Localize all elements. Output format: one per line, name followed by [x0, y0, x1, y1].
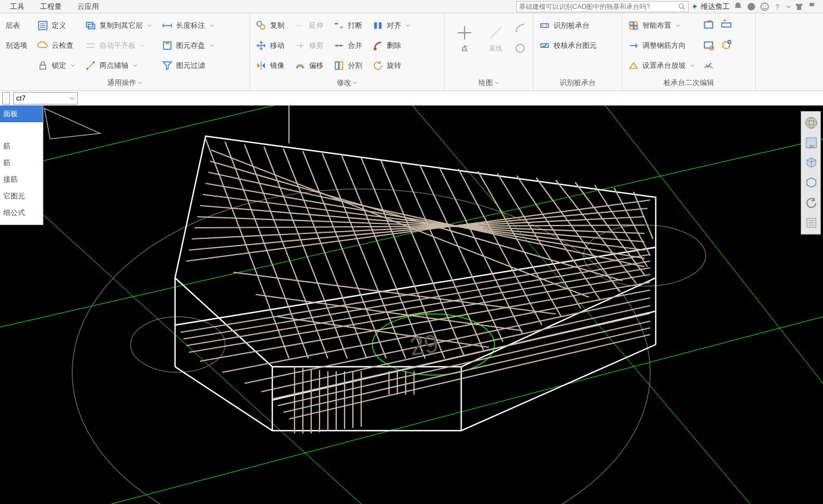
btn-move[interactable]: 移动: [253, 38, 287, 53]
circle-icon[interactable]: [514, 42, 526, 54]
group-label-recognize: 识别桩承台: [537, 76, 619, 91]
btn-trim[interactable]: 修剪: [292, 38, 326, 53]
btn-define[interactable]: 定义: [35, 18, 77, 33]
btn-lock[interactable]: 锁定: [35, 58, 77, 73]
search-input[interactable]: [519, 3, 678, 11]
direction-icon: [628, 40, 639, 51]
flag-icon[interactable]: [807, 2, 817, 12]
btn-verify-cap[interactable]: 校核承台图元: [537, 38, 599, 53]
btn-offset[interactable]: 偏移: [292, 58, 326, 73]
chevron-down-icon: [71, 63, 75, 68]
edit-cap-icon4[interactable]: [720, 19, 732, 31]
svg-line-124: [283, 328, 650, 412]
chevron-down-icon: [5, 96, 7, 101]
edit-cap-icon1[interactable]: [702, 19, 715, 31]
btn-extend[interactable]: 延伸: [292, 18, 326, 33]
btn-recognize-cap[interactable]: 识别桩承台: [537, 18, 599, 33]
btn-length-dim[interactable]: 长度标注: [159, 18, 216, 33]
svg-line-110: [211, 150, 589, 297]
panel-item-joint[interactable]: 接筋: [0, 171, 43, 188]
btn-mirror[interactable]: 镜像: [253, 58, 287, 73]
combo-name[interactable]: [13, 92, 78, 104]
help-icon[interactable]: ?: [773, 2, 783, 12]
btn-cloud-check[interactable]: 云检查: [35, 38, 77, 53]
btn-point[interactable]: 点: [452, 19, 477, 58]
navball-button[interactable]: [804, 115, 819, 131]
group-label-modify: 修改: [253, 76, 441, 91]
shirt-icon[interactable]: [794, 2, 804, 12]
viewport-canvas: 29: [0, 106, 823, 504]
svg-point-33: [340, 44, 342, 46]
cloud-icon: [37, 40, 48, 51]
btn-split[interactable]: 分割: [331, 58, 365, 73]
menu-cloud[interactable]: 云应用: [69, 2, 107, 12]
edit-cap-icon5[interactable]: [720, 39, 732, 51]
menu-quantity[interactable]: 工程量: [32, 2, 69, 12]
selector-bar: [0, 91, 823, 106]
svg-line-61: [0, 106, 389, 178]
chat-icon[interactable]: [746, 2, 756, 12]
chevron-down-icon: [676, 23, 680, 28]
view-2d-button[interactable]: 2D: [804, 135, 819, 151]
btn-break[interactable]: 打断: [331, 18, 365, 33]
delete-icon: [372, 40, 383, 51]
ribbon-group-recognize: 识别桩承台 校核承台图元 识别桩承台: [533, 13, 622, 91]
btn-two-point-axis[interactable]: 两点辅轴: [83, 58, 154, 73]
viewport-3d[interactable]: 29: [0, 106, 823, 504]
svg-rect-36: [374, 22, 377, 29]
ribbon-group-modify: 复制 移动 镜像 延伸 修剪 偏移 打断 合并 分割 对齐 删除 旋转 修改: [250, 13, 445, 91]
btn-element-filter[interactable]: 图元过滤: [159, 58, 216, 73]
menu-tools[interactable]: 工具: [2, 2, 32, 12]
svg-line-101: [189, 208, 647, 250]
view-iso1-button[interactable]: [804, 155, 819, 171]
svg-point-67: [72, 189, 650, 504]
combo-small[interactable]: [2, 92, 10, 104]
view-rotate-button[interactable]: [804, 195, 819, 211]
edit-cap-icon3[interactable]: [702, 59, 715, 71]
help-dropdown-icon[interactable]: [786, 2, 791, 12]
panel-item-rebar1[interactable]: 筋: [0, 138, 43, 154]
panel-item-other-elem[interactable]: 它图元: [0, 188, 43, 204]
btn-sel-options[interactable]: 别选项: [3, 38, 29, 53]
btn-align[interactable]: 对齐: [370, 18, 412, 33]
view-iso2-button[interactable]: [804, 175, 819, 191]
point-icon: [456, 24, 473, 42]
menubar-right: ✦ 维达詹工 ?: [516, 1, 823, 12]
btn-layer-table[interactable]: 层表: [3, 18, 29, 33]
btn-rebar-direction[interactable]: 调整钢筋方向: [626, 38, 697, 53]
svg-line-99: [634, 192, 653, 239]
view-settings-button[interactable]: [804, 215, 819, 231]
edit-cap-icon2[interactable]: [702, 39, 715, 51]
btn-merge[interactable]: 合并: [331, 38, 365, 53]
svg-point-59: [723, 42, 730, 49]
svg-point-25: [260, 24, 265, 29]
search-box[interactable]: [516, 1, 689, 12]
panel-item-formula[interactable]: 细公式: [0, 204, 43, 221]
btn-auto-level[interactable]: 自动平齐板: [83, 38, 154, 53]
level-icon: [85, 40, 96, 51]
chevron-down-icon: [210, 43, 214, 48]
user-name[interactable]: 维达詹工: [701, 2, 730, 12]
bell-icon[interactable]: [733, 2, 743, 12]
btn-rotate[interactable]: 旋转: [370, 58, 412, 73]
btn-delete[interactable]: 删除: [370, 38, 412, 53]
btn-copy[interactable]: 复制: [253, 18, 287, 33]
arc-icon[interactable]: [514, 22, 526, 34]
search-icon[interactable]: [678, 3, 686, 11]
svg-rect-51: [634, 26, 637, 29]
combo-input[interactable]: [16, 94, 69, 102]
btn-line[interactable]: 直线: [483, 19, 508, 58]
lock-icon: [37, 60, 48, 71]
btn-slope[interactable]: 设置承台放坡: [626, 58, 697, 73]
layers-icon: [85, 20, 96, 31]
align-icon: [372, 20, 383, 31]
svg-point-17: [87, 68, 88, 69]
panel-item-rebar2[interactable]: 筋: [0, 154, 43, 171]
svg-rect-49: [634, 22, 637, 25]
copy-icon: [256, 20, 267, 31]
svg-line-42: [490, 27, 501, 38]
btn-smart-layout[interactable]: 智能布置: [626, 18, 697, 33]
face-icon[interactable]: [760, 2, 770, 12]
btn-copy-other-layer[interactable]: 复制到其它层: [83, 18, 154, 33]
btn-element-save[interactable]: 图元存盘: [159, 38, 216, 53]
